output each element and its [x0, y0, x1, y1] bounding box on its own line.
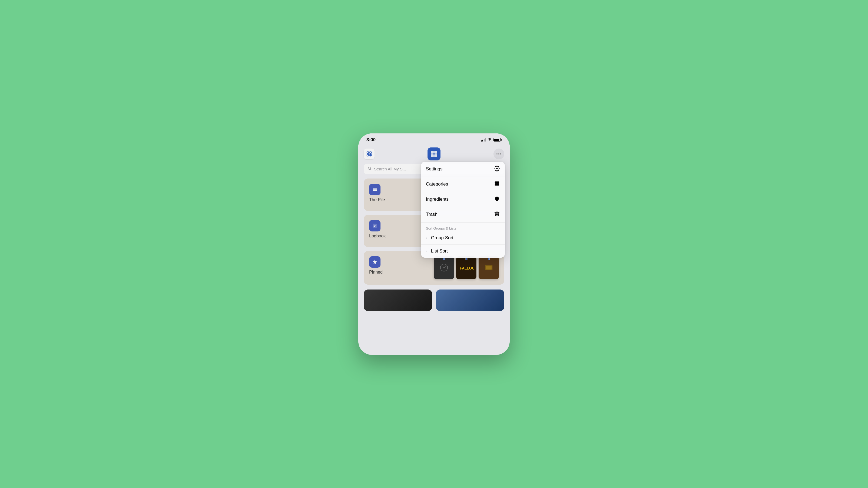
categories-label: Categories: [426, 182, 448, 187]
sort-section: Sort Groups & Lists › Group Sort › List …: [421, 222, 505, 258]
sort-section-header: Sort Groups & Lists: [421, 224, 505, 231]
svg-point-29: [496, 168, 498, 169]
group-sort-chevron: ›: [426, 236, 427, 240]
svg-rect-31: [495, 183, 499, 185]
ingredients-label: Ingredients: [426, 197, 448, 202]
svg-rect-32: [495, 185, 499, 186]
settings-icon: [494, 166, 500, 173]
ingredients-icon: [494, 196, 500, 203]
categories-menu-item[interactable]: Categories: [421, 177, 505, 192]
svg-rect-33: [496, 200, 498, 201]
list-sort-chevron: ›: [426, 249, 427, 253]
group-sort-item[interactable]: › Group Sort: [421, 231, 505, 245]
list-sort-label: List Sort: [431, 249, 448, 254]
settings-label: Settings: [426, 166, 442, 172]
trash-label: Trash: [426, 212, 437, 217]
trash-menu-item[interactable]: Trash: [421, 207, 505, 222]
settings-menu-item[interactable]: Settings: [421, 162, 505, 177]
list-sort-item[interactable]: › List Sort: [421, 245, 505, 258]
dropdown-menu-panel: Settings Categories: [421, 162, 505, 258]
group-sort-left: › Group Sort: [426, 235, 454, 240]
ingredients-menu-item[interactable]: Ingredients: [421, 192, 505, 207]
phone-frame: 3:00: [358, 133, 510, 355]
categories-icon: [494, 181, 500, 188]
trash-icon: [494, 211, 500, 218]
svg-rect-30: [495, 181, 499, 183]
list-sort-left: › List Sort: [426, 249, 448, 254]
group-sort-label: Group Sort: [431, 235, 454, 240]
